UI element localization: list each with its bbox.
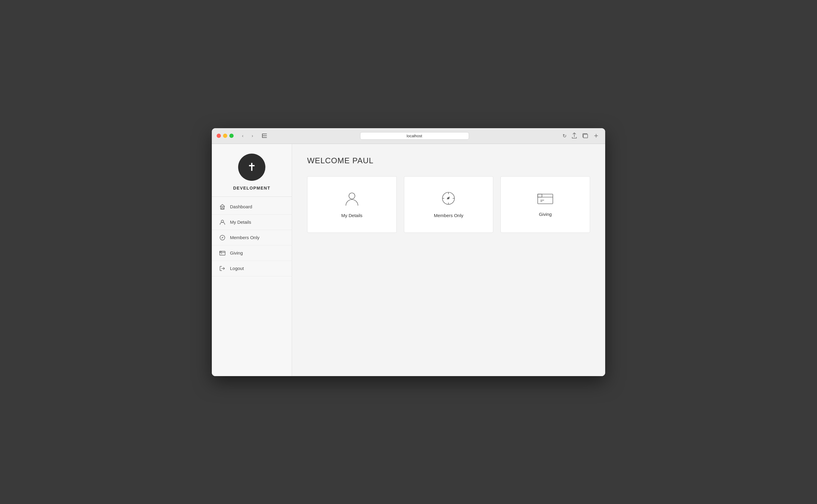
svg-rect-5 bbox=[583, 134, 587, 138]
traffic-lights bbox=[217, 134, 234, 138]
browser-chrome: ‹ › localhost ↻ bbox=[212, 128, 605, 144]
sidebar-item-giving[interactable]: Giving bbox=[212, 245, 292, 261]
main-content: WELCOME PAUL My Details bbox=[292, 144, 605, 376]
svg-rect-3 bbox=[262, 134, 263, 138]
svg-rect-28 bbox=[538, 194, 542, 197]
sidebar-item-my-details-label: My Details bbox=[230, 219, 251, 225]
sidebar-nav: Dashboard My Details bbox=[212, 197, 292, 376]
sidebar-item-giving-label: Giving bbox=[230, 250, 243, 255]
sidebar-item-dashboard-label: Dashboard bbox=[230, 204, 252, 209]
giving-card-label: Giving bbox=[539, 212, 552, 217]
user-icon bbox=[219, 219, 226, 226]
my-details-card[interactable]: My Details bbox=[307, 176, 397, 233]
sidebar-item-dashboard[interactable]: Dashboard bbox=[212, 199, 292, 215]
minimize-button[interactable] bbox=[223, 134, 227, 138]
sidebar: ✝ DEVELOPMENT Dashboard bbox=[212, 144, 292, 376]
home-icon bbox=[219, 203, 226, 210]
nav-buttons: ‹ › bbox=[239, 132, 257, 139]
svg-rect-0 bbox=[262, 134, 267, 134]
members-only-card-icon bbox=[441, 191, 456, 207]
svg-rect-13 bbox=[220, 251, 225, 255]
org-logo: ✝ bbox=[238, 154, 265, 181]
svg-rect-2 bbox=[262, 137, 267, 138]
org-name: DEVELOPMENT bbox=[233, 186, 270, 190]
my-details-card-icon bbox=[345, 191, 359, 207]
sidebar-item-logout[interactable]: Logout bbox=[212, 261, 292, 276]
svg-rect-9 bbox=[222, 208, 223, 209]
share-button[interactable] bbox=[570, 132, 578, 140]
giving-icon bbox=[219, 250, 226, 256]
tab-button[interactable] bbox=[581, 132, 589, 140]
sidebar-item-my-details[interactable]: My Details bbox=[212, 215, 292, 230]
page-title: WELCOME PAUL bbox=[307, 156, 590, 165]
svg-rect-16 bbox=[220, 251, 221, 252]
cross-icon: ✝ bbox=[247, 162, 256, 173]
logout-icon bbox=[219, 265, 226, 272]
reload-button[interactable]: ↻ bbox=[562, 133, 566, 139]
svg-point-18 bbox=[349, 193, 355, 199]
sidebar-item-logout-label: Logout bbox=[230, 266, 244, 271]
members-only-card-label: Members Only bbox=[434, 213, 464, 218]
compass-icon bbox=[219, 234, 226, 241]
svg-marker-12 bbox=[222, 237, 223, 239]
svg-rect-26 bbox=[538, 194, 553, 204]
sidebar-logo-area: ✝ DEVELOPMENT bbox=[212, 144, 292, 197]
app-layout: ✝ DEVELOPMENT Dashboard bbox=[212, 144, 605, 376]
new-tab-button[interactable] bbox=[592, 132, 600, 140]
sidebar-item-members-only-label: Members Only bbox=[230, 235, 260, 240]
cards-grid: My Details bbox=[307, 176, 590, 233]
members-only-card[interactable]: Members Only bbox=[404, 176, 493, 233]
giving-card-icon bbox=[537, 192, 553, 206]
browser-window: ‹ › localhost ↻ bbox=[212, 128, 605, 376]
forward-button[interactable]: › bbox=[248, 132, 257, 139]
address-bar[interactable]: localhost bbox=[360, 132, 469, 140]
my-details-card-label: My Details bbox=[341, 213, 363, 218]
sidebar-toggle-button[interactable] bbox=[260, 132, 269, 139]
giving-card[interactable]: Giving bbox=[500, 176, 590, 233]
sidebar-item-members-only[interactable]: Members Only bbox=[212, 230, 292, 245]
svg-rect-1 bbox=[262, 135, 267, 136]
address-bar-wrapper: localhost bbox=[272, 132, 556, 140]
back-button[interactable]: ‹ bbox=[239, 132, 247, 139]
close-button[interactable] bbox=[217, 134, 221, 138]
browser-actions bbox=[570, 132, 600, 140]
maximize-button[interactable] bbox=[230, 134, 234, 138]
